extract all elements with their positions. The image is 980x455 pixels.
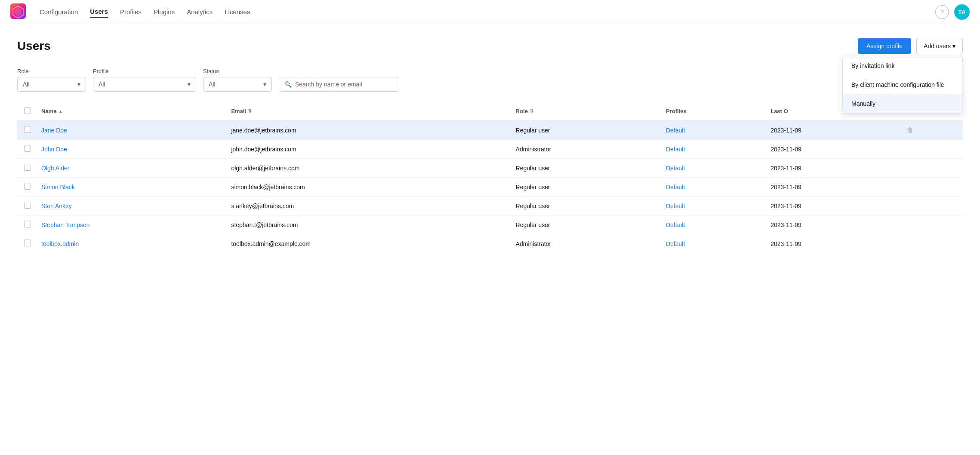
search-box[interactable]: 🔍 bbox=[279, 77, 399, 92]
row-checkbox[interactable] bbox=[24, 202, 31, 209]
dropdown-item-client-machine[interactable]: By client machine configuration file bbox=[843, 75, 962, 94]
assign-profile-button[interactable]: Assign profile bbox=[858, 38, 911, 54]
select-all-header[interactable] bbox=[17, 102, 34, 121]
row-checkbox-cell bbox=[17, 159, 34, 178]
user-name-link[interactable]: Jane Doe bbox=[41, 127, 67, 134]
row-email: stephan.t@jetbrains.com bbox=[231, 221, 298, 228]
row-profile-link[interactable]: Default bbox=[666, 127, 685, 134]
row-profile-link[interactable]: Default bbox=[666, 240, 685, 247]
row-email: jane.doe@jetbrains.com bbox=[231, 127, 296, 134]
row-email-cell: stephan.t@jetbrains.com bbox=[224, 215, 508, 234]
user-name-link[interactable]: Sten Ankey bbox=[41, 203, 72, 209]
row-profile-link[interactable]: Default bbox=[666, 203, 685, 209]
row-email-cell: olgh.alder@jetbrains.com bbox=[224, 159, 508, 178]
row-profile-cell: Default bbox=[659, 159, 764, 178]
search-input[interactable] bbox=[295, 81, 394, 88]
dropdown-item-manually[interactable]: Manually bbox=[843, 94, 962, 113]
row-last-online-cell: 2023-11-09 bbox=[764, 215, 900, 234]
page-title: Users bbox=[17, 39, 51, 53]
user-name-link[interactable]: toolbox.admin bbox=[41, 240, 79, 247]
col-role[interactable]: Role ⇅ bbox=[509, 102, 659, 121]
row-role: Administrator bbox=[516, 240, 551, 247]
add-users-button[interactable]: Add users ▾ bbox=[916, 38, 963, 54]
col-name[interactable]: Name ▲ bbox=[34, 102, 224, 121]
row-role-cell: Regular user bbox=[509, 121, 659, 140]
col-email[interactable]: Email ⇅ bbox=[224, 102, 508, 121]
row-profile-cell: Default bbox=[659, 140, 764, 159]
role-filter-select[interactable]: All ▾ bbox=[17, 77, 86, 92]
nav-analytics[interactable]: Analytics bbox=[187, 6, 213, 17]
row-profile-cell: Default bbox=[659, 121, 764, 140]
row-email: simon.black@jetbrains.com bbox=[231, 184, 305, 191]
user-name-link[interactable]: Olgh Alder bbox=[41, 165, 69, 172]
table-row: Olgh Alder olgh.alder@jetbrains.com Regu… bbox=[17, 159, 963, 178]
row-email-cell: toolbox.admin@example.com bbox=[224, 234, 508, 253]
row-email-cell: s.ankey@jetbrains.com bbox=[224, 197, 508, 215]
row-profile-link[interactable]: Default bbox=[666, 146, 685, 153]
row-checkbox[interactable] bbox=[24, 240, 31, 246]
row-profile-link[interactable]: Default bbox=[666, 184, 685, 191]
table-row: John Doe john.doe@jetbrains.com Administ… bbox=[17, 140, 963, 159]
row-email-cell: simon.black@jetbrains.com bbox=[224, 178, 508, 197]
profile-filter-label: Profile bbox=[93, 68, 196, 74]
row-role: Regular user bbox=[516, 203, 550, 209]
dropdown-item-invitation[interactable]: By invitation link bbox=[843, 56, 962, 75]
main-content: Users Assign profile Add users ▾ By invi… bbox=[0, 24, 980, 271]
table-row: toolbox.admin toolbox.admin@example.com … bbox=[17, 234, 963, 253]
row-profile-link[interactable]: Default bbox=[666, 221, 685, 228]
profile-filter-select[interactable]: All ▾ bbox=[93, 77, 196, 92]
row-checkbox[interactable] bbox=[24, 145, 31, 152]
table-row: Jane Doe jane.doe@jetbrains.com Regular … bbox=[17, 121, 963, 140]
role-sort-icon: ⇅ bbox=[530, 108, 533, 114]
profile-filter-value: All bbox=[99, 81, 105, 88]
user-name-link[interactable]: John Doe bbox=[41, 146, 67, 153]
role-filter-value: All bbox=[23, 81, 30, 88]
header-actions: Assign profile Add users ▾ By invitation… bbox=[858, 38, 963, 54]
select-all-checkbox[interactable] bbox=[24, 107, 31, 114]
row-checkbox-cell bbox=[17, 197, 34, 215]
table-row: Stephan Tompson stephan.t@jetbrains.com … bbox=[17, 215, 963, 234]
row-profile-cell: Default bbox=[659, 215, 764, 234]
nav-configuration[interactable]: Configuration bbox=[40, 6, 78, 17]
status-filter-value: All bbox=[209, 81, 216, 88]
row-checkbox[interactable] bbox=[24, 183, 31, 190]
row-delete-cell: 🗑 bbox=[900, 197, 963, 215]
row-delete-cell: 🗑 bbox=[900, 140, 963, 159]
delete-icon[interactable]: 🗑 bbox=[906, 126, 913, 134]
user-name-link[interactable]: Simon Black bbox=[41, 184, 75, 191]
row-role: Administrator bbox=[516, 146, 551, 153]
row-name-cell: Sten Ankey bbox=[34, 197, 224, 215]
profile-filter-group: Profile All ▾ bbox=[93, 68, 196, 92]
status-filter-chevron: ▾ bbox=[263, 81, 266, 88]
row-role-cell: Regular user bbox=[509, 197, 659, 215]
row-last-online: 2023-11-09 bbox=[770, 127, 801, 134]
col-profiles: Profiles bbox=[659, 102, 764, 121]
nav-profiles[interactable]: Profiles bbox=[120, 6, 142, 17]
row-checkbox[interactable] bbox=[24, 164, 31, 171]
top-navigation: Configuration Users Profiles Plugins Ana… bbox=[0, 0, 980, 24]
row-role-cell: Administrator bbox=[509, 140, 659, 159]
row-profile-link[interactable]: Default bbox=[666, 165, 685, 172]
app-logo[interactable] bbox=[10, 3, 26, 20]
row-last-online: 2023-11-09 bbox=[770, 240, 801, 247]
row-delete-cell: 🗑 bbox=[900, 215, 963, 234]
user-avatar[interactable]: TA bbox=[954, 4, 970, 20]
role-filter-group: Role All ▾ bbox=[17, 68, 86, 92]
row-delete-cell: 🗑 bbox=[900, 178, 963, 197]
row-checkbox[interactable] bbox=[24, 126, 31, 133]
row-name-cell: Simon Black bbox=[34, 178, 224, 197]
status-filter-group: Status All ▾ bbox=[203, 68, 272, 92]
row-profile-cell: Default bbox=[659, 178, 764, 197]
nav-plugins[interactable]: Plugins bbox=[154, 6, 175, 17]
help-button[interactable]: ? bbox=[935, 5, 949, 19]
users-table-wrap: Name ▲ Email ⇅ Role ⇅ bbox=[17, 102, 963, 253]
row-last-online: 2023-11-09 bbox=[770, 165, 801, 172]
status-filter-select[interactable]: All ▾ bbox=[203, 77, 272, 92]
nav-licenses[interactable]: Licenses bbox=[225, 6, 250, 17]
row-last-online-cell: 2023-11-09 bbox=[764, 140, 900, 159]
row-email: s.ankey@jetbrains.com bbox=[231, 203, 294, 209]
row-checkbox[interactable] bbox=[24, 221, 31, 228]
nav-users[interactable]: Users bbox=[90, 6, 108, 18]
search-group: 🔍 bbox=[279, 74, 399, 92]
user-name-link[interactable]: Stephan Tompson bbox=[41, 221, 90, 228]
